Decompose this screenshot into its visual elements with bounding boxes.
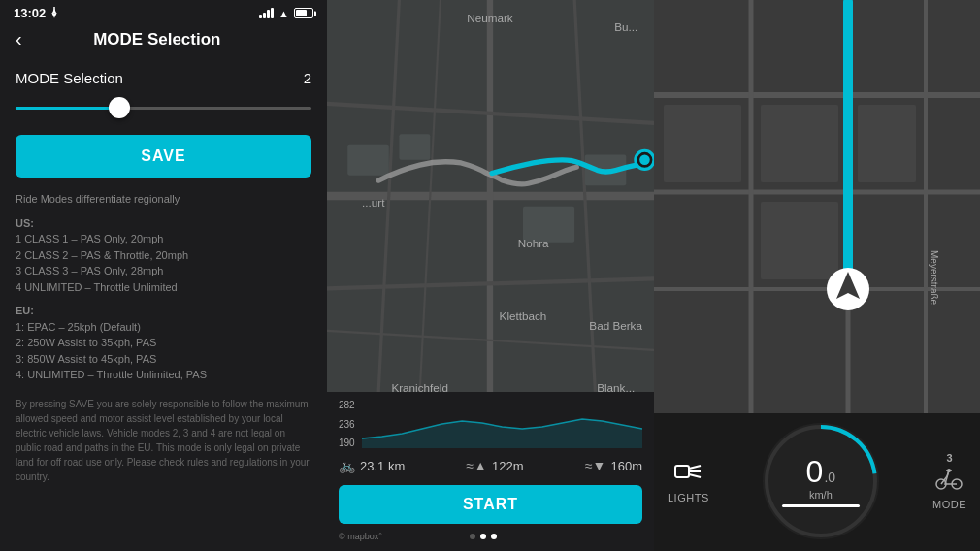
stats-row: 🚲 23.1 km ≈▲ 122m ≈▼ 160m bbox=[339, 454, 642, 477]
svg-rect-35 bbox=[664, 105, 741, 182]
eu-mode-3: 3: 850W Assist to 45kph, PAS bbox=[16, 351, 311, 368]
mode-label: MODE bbox=[932, 499, 966, 510]
svg-text:Blank...: Blank... bbox=[597, 381, 635, 392]
map-svg: Neumark Bu... ...urt Nohra Klettbach Bad… bbox=[327, 0, 654, 392]
elevation-svg bbox=[362, 400, 642, 448]
start-button[interactable]: START bbox=[339, 485, 642, 524]
svg-text:Bu...: Bu... bbox=[614, 20, 637, 33]
descent-icon: ≈▼ bbox=[585, 458, 606, 473]
mode-slider[interactable] bbox=[16, 96, 311, 119]
svg-text:Kranichfeld: Kranichfeld bbox=[391, 381, 447, 392]
time-display: 13:02 bbox=[14, 6, 46, 20]
signal-icon bbox=[259, 8, 274, 18]
bicycle-icon bbox=[935, 467, 963, 490]
us-mode-4: 4 UNLIMITED – Throttle Unlimited bbox=[16, 279, 311, 296]
mode-control[interactable]: 3 MODE bbox=[932, 452, 966, 510]
dot-3 bbox=[491, 534, 497, 539]
elevation-chart: 282 236 190 bbox=[339, 400, 642, 448]
us-mode-1: 1 CLASS 1 – PAS Only, 20mph bbox=[16, 231, 311, 247]
speed-dial: 0 .0 km/h bbox=[763, 423, 879, 539]
mode-label-row: MODE Selection 2 bbox=[16, 70, 311, 86]
back-button[interactable]: ‹ bbox=[16, 28, 22, 50]
svg-marker-24 bbox=[362, 419, 642, 448]
description-intro: Ride Modes differentiate regionally bbox=[16, 191, 311, 208]
us-mode-3: 3 CLASS 3 – PAS Only, 28mph bbox=[16, 263, 311, 279]
svg-text:...urt: ...urt bbox=[362, 196, 385, 209]
svg-text:Neumark: Neumark bbox=[467, 12, 513, 24]
mode-selection-panel: 13:02 ▲ ‹ MODE Selection MODE bbox=[0, 0, 327, 551]
slider-track bbox=[16, 107, 311, 110]
location-icon bbox=[49, 7, 59, 20]
svg-line-43 bbox=[689, 474, 701, 477]
speed-ring-svg bbox=[763, 423, 879, 539]
svg-rect-11 bbox=[399, 134, 430, 160]
mode-description: Ride Modes differentiate regionally US: … bbox=[16, 191, 311, 383]
svg-rect-32 bbox=[761, 105, 838, 182]
map-area[interactable]: Neumark Bu... ...urt Nohra Klettbach Bad… bbox=[327, 0, 654, 392]
elev-low: 190 bbox=[339, 438, 355, 448]
lights-label: LIGHTS bbox=[668, 492, 709, 503]
svg-rect-33 bbox=[761, 202, 838, 279]
lights-control[interactable]: LIGHTS bbox=[668, 460, 709, 503]
disclaimer-text: By pressing SAVE you are solely responsi… bbox=[16, 397, 311, 484]
save-button[interactable]: SAVE bbox=[16, 135, 311, 178]
navigation-panel: Meyerstraße LIGHTS bbox=[654, 0, 980, 551]
distance-icon: 🚲 bbox=[339, 458, 355, 473]
page-title: MODE Selection bbox=[30, 30, 284, 49]
elev-mid: 236 bbox=[339, 419, 355, 430]
eu-mode-1: 1: EPAC – 25kph (Default) bbox=[16, 319, 311, 336]
us-mode-2: 2 CLASS 2 – PAS & Throttle, 20mph bbox=[16, 247, 311, 264]
headlight-icon bbox=[673, 460, 702, 483]
lights-icon bbox=[673, 460, 702, 489]
svg-text:Klettbach: Klettbach bbox=[500, 309, 547, 322]
eu-mode-2: 2: 250W Assist to 35kph, PAS bbox=[16, 335, 311, 351]
map-panel: Neumark Bu... ...urt Nohra Klettbach Bad… bbox=[327, 0, 654, 551]
mode-value: 2 bbox=[304, 70, 311, 86]
us-title: US: bbox=[16, 215, 311, 232]
nav-map-area: Meyerstraße bbox=[654, 0, 980, 413]
descent-value: 160m bbox=[610, 459, 642, 473]
ascent-stat: ≈▲ 122m bbox=[467, 458, 524, 473]
wifi-icon: ▲ bbox=[278, 8, 289, 19]
page-dots bbox=[470, 530, 497, 543]
mode-label: MODE Selection bbox=[16, 70, 123, 86]
svg-rect-10 bbox=[347, 145, 389, 176]
status-bar: 13:02 ▲ bbox=[0, 0, 327, 24]
mode-bike-icon bbox=[935, 467, 963, 496]
svg-point-23 bbox=[639, 154, 650, 165]
mode-number: 3 bbox=[946, 452, 952, 464]
eu-mode-4: 4: UNLIMITED – Throttle Unlimited, PAS bbox=[16, 367, 311, 383]
elev-high: 282 bbox=[339, 400, 355, 410]
slider-thumb[interactable] bbox=[109, 97, 130, 118]
svg-text:Meyerstraße: Meyerstraße bbox=[929, 250, 939, 306]
distance-value: 23.1 km bbox=[360, 459, 405, 473]
svg-rect-37 bbox=[843, 0, 853, 279]
descent-stat: ≈▼ 160m bbox=[585, 458, 642, 473]
nav-bottom-bar: LIGHTS 0 .0 km/h 3 bbox=[654, 413, 980, 551]
distance-stat: 🚲 23.1 km bbox=[339, 458, 405, 473]
ascent-icon: ≈▲ bbox=[467, 458, 488, 473]
battery-icon bbox=[294, 8, 313, 18]
ascent-value: 122m bbox=[492, 459, 524, 473]
dot-1 bbox=[470, 534, 475, 539]
svg-text:Nohra: Nohra bbox=[518, 237, 549, 249]
svg-line-41 bbox=[689, 466, 701, 469]
elevation-labels: 282 236 190 bbox=[339, 400, 355, 448]
svg-text:Bad Berka: Bad Berka bbox=[589, 319, 642, 332]
slider-fill bbox=[16, 107, 119, 110]
svg-rect-40 bbox=[675, 466, 689, 477]
svg-marker-0 bbox=[52, 9, 56, 13]
nav-map-svg: Meyerstraße bbox=[654, 0, 980, 413]
eu-title: EU: bbox=[16, 303, 311, 319]
nav-header: ‹ MODE Selection bbox=[0, 24, 327, 58]
svg-rect-34 bbox=[858, 105, 916, 182]
map-bottom: 282 236 190 🚲 23.1 km ≈▲ 122m ≈▼ 160m bbox=[327, 392, 654, 551]
status-icons: ▲ bbox=[259, 8, 313, 19]
mode-content: MODE Selection 2 SAVE Ride Modes differe… bbox=[0, 58, 327, 551]
speed-display: 0 .0 km/h bbox=[763, 423, 879, 539]
mapbox-logo: © mapbox° bbox=[339, 530, 382, 543]
dot-2 bbox=[480, 534, 486, 539]
